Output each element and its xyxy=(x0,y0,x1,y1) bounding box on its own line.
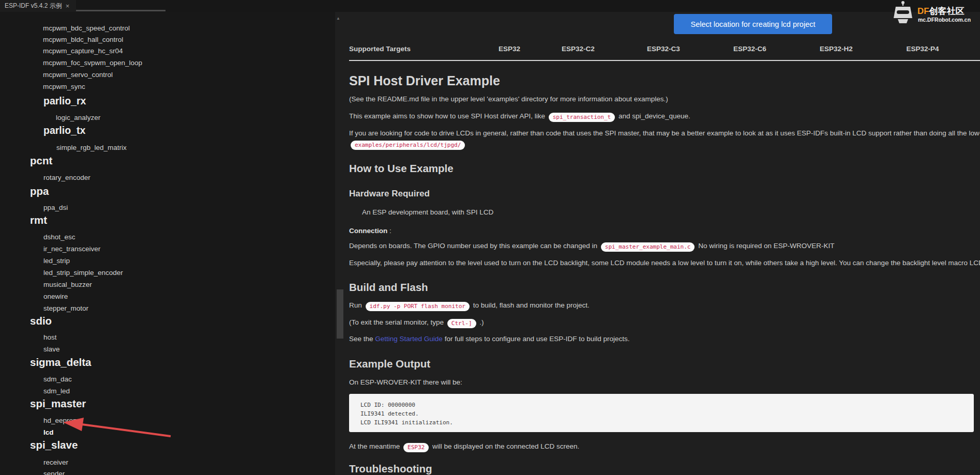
tab-bar: ESP-IDF v5.4.2 示例 × xyxy=(0,0,980,12)
text-run: .) xyxy=(478,318,484,326)
text-run: Run xyxy=(349,301,364,309)
tree-item-ir_nec_transceiver[interactable]: ir_nec_transceiver xyxy=(43,245,100,253)
text-run: for full steps to configure and use ESP-… xyxy=(443,335,630,343)
code-line: LCD ID: 00000000 xyxy=(360,401,974,409)
text-run: Depends on boards. The GPIO number used … xyxy=(349,242,599,250)
connection-label: Connection : xyxy=(349,227,391,235)
readme-panel: ▲ Select location for creating lcd proje… xyxy=(335,12,980,475)
tree-item-spi_master[interactable]: spi_master xyxy=(30,397,86,410)
scroll-up-arrow-icon[interactable]: ▲ xyxy=(336,16,340,21)
text-run: : xyxy=(387,227,391,235)
inline-code-chip: examples/peripherals/lcd/tjpgd/ xyxy=(351,141,465,150)
text-run: At the meantime xyxy=(349,442,402,450)
tree-item-rotary_encoder[interactable]: rotary_encoder xyxy=(43,174,91,181)
inline-code-chip: Ctrl-] xyxy=(447,319,476,328)
brand-name: 创客社区 xyxy=(929,6,964,16)
text-run: No wiring is required on ESP-WROVER-KIT xyxy=(696,242,834,250)
paragraph-backlight: Especially, please pay attention to the … xyxy=(349,259,980,267)
text-run: If you are looking for code to drive LCD… xyxy=(349,129,980,137)
paragraph-api: This example aims to show how to use SPI… xyxy=(349,112,690,122)
tree-item-musical_buzzer[interactable]: musical_buzzer xyxy=(43,281,92,288)
targets-divider xyxy=(349,60,980,61)
code-block: LCD ID: 00000000ILI9341 detected.LCD ILI… xyxy=(349,394,974,432)
tree-item-receiver[interactable]: receiver xyxy=(43,458,68,466)
code-line: ILI9341 detected. xyxy=(360,409,974,418)
text-run: Especially, please pay attention to the … xyxy=(349,259,980,267)
tree-item-host[interactable]: host xyxy=(43,333,57,341)
tree-item-ppa_dsi[interactable]: ppa_dsi xyxy=(43,204,68,211)
tree-item-slave[interactable]: slave xyxy=(43,345,60,353)
text-run: and spi_device_queue. xyxy=(616,112,690,120)
heading-build-and-flash: Build and Flash xyxy=(349,281,428,294)
robot-icon xyxy=(891,1,915,26)
supported-targets-label: Supported Targets xyxy=(349,45,411,53)
example-tree-panel: mcpwm_bdc_speed_controlmcpwm_bldc_hall_c… xyxy=(0,12,335,475)
tree-item-sdm_dac[interactable]: sdm_dac xyxy=(43,375,72,383)
create-project-button[interactable]: Select location for creating lcd project xyxy=(674,14,832,34)
tree-item-led_strip[interactable]: led_strip xyxy=(43,257,70,265)
close-icon[interactable]: × xyxy=(66,3,70,9)
inline-code-chip: ESP32 xyxy=(403,443,429,452)
tree-item-mcpwm_bdc_speed_control[interactable]: mcpwm_bdc_speed_control xyxy=(43,24,130,32)
tree-item-mcpwm_capture_hc_sr04[interactable]: mcpwm_capture_hc_sr04 xyxy=(43,47,123,55)
tree-item-logic_analyzer[interactable]: logic_analyzer xyxy=(56,114,100,121)
tree-item-hd_eeprom[interactable]: hd_eeprom xyxy=(43,417,79,424)
text-run: This example aims to show how to use SPI… xyxy=(349,112,547,120)
getting-started-link[interactable]: Getting Started Guide xyxy=(375,335,443,343)
tree-item-sigma_delta[interactable]: sigma_delta xyxy=(30,356,92,369)
target-column-ESP32-P4: ESP32-P4 xyxy=(892,45,954,53)
tree-item-sdio[interactable]: sdio xyxy=(30,315,52,327)
target-column-ESP32: ESP32 xyxy=(478,45,540,53)
brand-text: DF创客社区 xyxy=(917,5,964,17)
text-run: See the xyxy=(349,335,375,343)
tree-item-lcd[interactable]: lcd xyxy=(43,428,54,436)
tree-item-spi_slave[interactable]: spi_slave xyxy=(30,439,78,451)
tree-item-onewire[interactable]: onewire xyxy=(43,293,68,300)
paragraph-meantime: At the meantime ESP32 will be displayed … xyxy=(349,442,579,452)
target-column-ESP32-H2: ESP32-H2 xyxy=(805,45,867,53)
tree-item-stepper_motor[interactable]: stepper_motor xyxy=(43,304,88,312)
text-run: will be displayed on the connected LCD s… xyxy=(430,442,579,450)
inline-code-chip: spi_master_example_main.c xyxy=(601,242,695,252)
tree-item-rmt[interactable]: rmt xyxy=(30,214,47,226)
tab-esp-idf-examples[interactable]: ESP-IDF v5.4.2 示例 × xyxy=(0,0,76,12)
tree-item-pcnt[interactable]: pcnt xyxy=(30,155,52,167)
target-column-ESP32-C2: ESP32-C2 xyxy=(547,45,609,53)
paragraph-lcd-alt-path: examples/peripherals/lcd/tjpgd/ xyxy=(349,140,466,150)
tree-item-ppa[interactable]: ppa xyxy=(30,185,49,197)
tree-item-mcpwm_sync[interactable]: mcpwm_sync xyxy=(43,83,85,90)
paragraph-lcd-alt: If you are looking for code to drive LCD… xyxy=(349,129,980,137)
tab-title: ESP-IDF v5.4.2 示例 xyxy=(5,2,62,10)
brand-df: DF xyxy=(917,6,929,16)
tree-item-parlio_tx[interactable]: parlio_tx xyxy=(43,125,85,136)
tree-item-sdm_led[interactable]: sdm_led xyxy=(43,387,70,395)
tree-item-parlio_rx[interactable]: parlio_rx xyxy=(43,95,86,107)
tree-item-led_strip_simple_encoder[interactable]: led_strip_simple_encoder xyxy=(43,269,123,277)
vertical-scrollbar-thumb[interactable] xyxy=(337,289,343,339)
tree-item-simple_rgb_led_matrix[interactable]: simple_rgb_led_matrix xyxy=(56,144,127,151)
tree-item-sender[interactable]: sender xyxy=(43,470,65,475)
code-line: LCD ILI9341 initialization. xyxy=(360,418,974,427)
heading-how-to-use: How to Use Example xyxy=(349,162,454,175)
heading-hardware-required: Hardware Required xyxy=(349,189,430,199)
text-run: (To exit the serial monitor, type xyxy=(349,318,446,326)
paragraph-guide: See the Getting Started Guide for full s… xyxy=(349,335,630,343)
text-run: to build, flash and monitor the project. xyxy=(471,301,590,309)
paragraph-exit-monitor: (To exit the serial monitor, type Ctrl-]… xyxy=(349,318,484,328)
tree-item-dshot_esc[interactable]: dshot_esc xyxy=(43,233,76,241)
tabbar-scrollbar[interactable] xyxy=(76,10,165,11)
page-title: SPI Host Driver Example xyxy=(349,73,500,88)
inline-code-chip: spi_transaction_t xyxy=(549,113,615,122)
heading-troubleshooting: Troubleshooting xyxy=(349,463,432,475)
app-window: ESP-IDF v5.4.2 示例 × mcpwm_bdc_speed_cont… xyxy=(0,0,980,475)
target-column-ESP32-C6: ESP32-C6 xyxy=(719,45,781,53)
tree-item-mcpwm_bldc_hall_control[interactable]: mcpwm_bldc_hall_control xyxy=(43,36,123,43)
tree-item-mcpwm_foc_svpwm_open_loop[interactable]: mcpwm_foc_svpwm_open_loop xyxy=(43,59,142,67)
dfrobot-logo: DF创客社区 mc.DFRobot.com.cn xyxy=(891,1,980,27)
bold-label: Connection xyxy=(349,227,387,235)
output-intro: On ESP-WROVER-KIT there will be: xyxy=(349,378,462,386)
hardware-item: An ESP development board, with SPI LCD xyxy=(362,208,493,216)
brand-url: mc.DFRobot.com.cn xyxy=(918,17,971,23)
paragraph-gpio: Depends on boards. The GPIO number used … xyxy=(349,242,834,252)
tree-item-mcpwm_servo_control[interactable]: mcpwm_servo_control xyxy=(43,71,113,79)
